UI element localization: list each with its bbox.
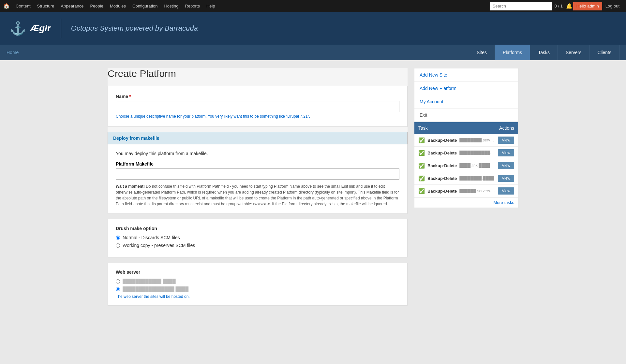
nav-content[interactable]: Content	[12, 0, 34, 12]
logo-icon: ⚓	[10, 21, 26, 36]
home-icon[interactable]: 🏠	[3, 3, 10, 9]
task-status-icon: ✅	[418, 150, 425, 156]
task-label: Backup-Delete	[427, 163, 457, 168]
task-status-icon: ✅	[418, 188, 425, 194]
task-view-button[interactable]: View	[498, 187, 514, 195]
drush-working-copy-label: Working copy - preserves SCM files	[123, 243, 195, 248]
webserver-hint: The web server the sites will be hosted …	[116, 294, 399, 299]
drush-radio-normal[interactable]	[116, 236, 120, 240]
task-server: ████████████.servers.████	[459, 151, 495, 155]
name-field-card: Name* Choose a unique descriptive name f…	[108, 86, 408, 127]
nav-people[interactable]: People	[87, 0, 106, 12]
main-content: Create Platform Name* Choose a unique de…	[101, 60, 525, 313]
table-row: ✅ Backup-Delete ████████.████ View	[414, 172, 518, 185]
sidebar: Add New Site Add New Platform My Account…	[414, 68, 518, 306]
task-label: Backup-Delete	[427, 189, 457, 194]
table-row: ✅ Backup-Delete ████████████.servers.███…	[414, 147, 518, 159]
tab-sites[interactable]: Sites	[469, 45, 495, 60]
deploy-info: You may deploy this platform from a make…	[116, 151, 399, 156]
task-status-icon: ✅	[418, 163, 425, 169]
webserver-label: Web server	[116, 269, 399, 275]
deploy-content: You may deploy this platform from a make…	[108, 144, 408, 214]
logo-text: Ægir	[30, 23, 51, 34]
name-hint: Choose a unique descriptive name for you…	[116, 114, 399, 119]
table-row: ✅ Backup-Delete ██████.servers.████ View	[414, 185, 518, 197]
secondary-navigation: Home Sites Platforms Tasks Servers Clien…	[0, 45, 626, 60]
drush-radio-working-copy[interactable]	[116, 243, 120, 248]
nav-tabs: Sites Platforms Tasks Servers Clients	[469, 45, 619, 60]
task-view-button[interactable]: View	[498, 162, 514, 169]
drush-option-card: Drush make option Normal - Discards SCM …	[108, 219, 408, 257]
logo: ⚓ Ægir	[10, 21, 51, 36]
hello-admin-button[interactable]: Hello admin	[573, 2, 602, 10]
tab-platforms[interactable]: Platforms	[495, 45, 530, 60]
sidebar-add-new-platform[interactable]: Add New Platform	[414, 82, 518, 95]
alert-icon: 🔔	[566, 3, 573, 9]
tab-clients[interactable]: Clients	[589, 45, 619, 60]
task-view-button[interactable]: View	[498, 149, 514, 156]
required-indicator: *	[129, 94, 131, 99]
search-input[interactable]	[490, 2, 552, 10]
logout-link[interactable]: Log out	[602, 4, 623, 8]
name-input[interactable]	[116, 101, 399, 112]
nav-hosting[interactable]: Hosting	[161, 0, 182, 12]
nav-appearance[interactable]: Appearance	[57, 0, 87, 12]
sidebar-links: Add New Site Add New Platform My Account…	[414, 68, 518, 122]
user-count: 0 / 1	[552, 4, 565, 8]
task-label: Backup-Delete	[427, 151, 457, 155]
table-row: ✅ Backup-Delete ████████.servers.████ Vi…	[414, 134, 518, 147]
makefile-label: Platform Makefile	[116, 161, 399, 167]
task-label: Backup-Delete	[427, 176, 457, 181]
more-tasks-link[interactable]: More tasks	[414, 197, 518, 208]
makefile-input[interactable]	[116, 168, 399, 180]
task-server: ████.link.████	[459, 163, 495, 168]
form-area: Create Platform Name* Choose a unique de…	[108, 68, 408, 306]
sidebar-my-account[interactable]: My Account	[414, 95, 518, 109]
warning-bold: Wait a moment!	[116, 184, 145, 189]
webserver-radio-1[interactable]	[116, 279, 120, 284]
section-divider	[108, 214, 408, 219]
drush-option-normal: Normal - Discards SCM files	[116, 235, 399, 240]
nav-structure[interactable]: Structure	[34, 0, 58, 12]
task-label: Backup-Delete	[427, 138, 457, 143]
drush-option-working-copy: Working copy - preserves SCM files	[116, 243, 399, 248]
page-title: Create Platform	[108, 68, 408, 79]
header-divider	[61, 19, 61, 38]
webserver-card: Web server ████████████.████ ███████████…	[108, 263, 408, 306]
actions-col-header: Actions	[488, 125, 514, 131]
table-row: ✅ Backup-Delete ████.link.████ View	[414, 159, 518, 172]
tab-servers[interactable]: Servers	[558, 45, 589, 60]
task-server: ████████.servers.████	[459, 138, 495, 142]
webserver-option-2-label: ████████████████.████	[123, 286, 188, 292]
breadcrumb-home[interactable]: Home	[7, 50, 19, 55]
task-view-button[interactable]: View	[498, 175, 514, 182]
sidebar-add-new-site[interactable]: Add New Site	[414, 68, 518, 82]
task-server: ████████.████	[459, 176, 495, 181]
webserver-option-2: ████████████████.████	[116, 286, 399, 292]
sidebar-exit[interactable]: Exit	[414, 109, 518, 122]
name-label: Name*	[116, 94, 399, 99]
deploy-label: Deploy from makefile	[113, 136, 159, 141]
task-table: Task Actions ✅ Backup-Delete ████████.se…	[414, 122, 518, 197]
warning-text: Wait a moment! Do not confuse this field…	[116, 183, 399, 207]
site-title: Octopus System powered by Barracuda	[71, 24, 198, 33]
task-view-button[interactable]: View	[498, 137, 514, 144]
task-status-icon: ✅	[418, 137, 425, 143]
drush-label: Drush make option	[116, 226, 399, 231]
task-table-header: Task Actions	[414, 122, 518, 134]
section-divider-2	[108, 257, 408, 263]
deploy-makefile-toggle[interactable]: Deploy from makefile	[108, 132, 408, 144]
webserver-option-1: ████████████.████	[116, 279, 399, 284]
nav-reports[interactable]: Reports	[182, 0, 203, 12]
top-navigation: 🏠 Content Structure Appearance People Mo…	[0, 0, 626, 12]
task-server: ██████.servers.████	[459, 189, 495, 193]
webserver-option-1-label: ████████████.████	[123, 279, 176, 284]
task-col-header: Task	[418, 125, 488, 131]
task-status-icon: ✅	[418, 175, 425, 182]
nav-modules[interactable]: Modules	[107, 0, 129, 12]
nav-help[interactable]: Help	[203, 0, 218, 12]
site-header: ⚓ Ægir Octopus System powered by Barracu…	[0, 12, 626, 45]
nav-configuration[interactable]: Configuration	[129, 0, 161, 12]
tab-tasks[interactable]: Tasks	[530, 45, 558, 60]
webserver-radio-2[interactable]	[116, 287, 120, 291]
